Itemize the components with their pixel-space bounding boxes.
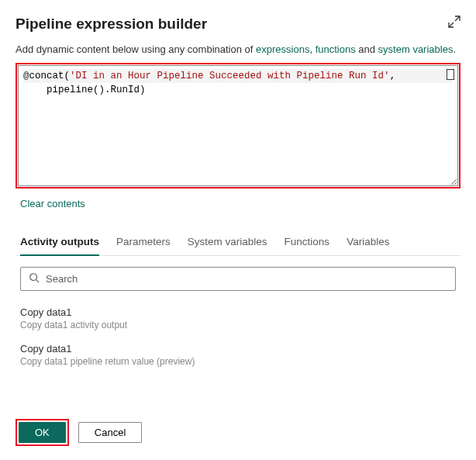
footer-buttons: OK Cancel [16,419,142,446]
expression-editor-highlight: @concat('DI in an Hour Pipeline Succeede… [16,63,460,188]
link-system-variables[interactable]: system variables [378,43,454,55]
cancel-button[interactable]: Cancel [78,422,142,443]
tab-functions[interactable]: Functions [285,231,330,255]
ok-button[interactable]: OK [19,422,66,443]
expression-editor[interactable]: @concat('DI in an Hour Pipeline Succeede… [18,65,458,186]
activity-output-item[interactable]: Copy data1 Copy data1 pipeline return va… [16,343,460,379]
editor-line-1: @concat('DI in an Hour Pipeline Succeede… [23,69,453,83]
tab-activity-outputs[interactable]: Activity outputs [20,231,99,255]
clear-contents-link[interactable]: Clear contents [16,196,85,209]
tab-bar: Activity outputs Parameters System varia… [16,231,460,256]
tab-system-variables[interactable]: System variables [188,231,267,255]
ok-button-highlight: OK [16,419,69,446]
expand-icon[interactable] [448,16,460,28]
tab-parameters[interactable]: Parameters [116,231,171,255]
page-title: Pipeline expression builder [16,16,207,33]
editor-line-2: pipeline().RunId) [23,83,453,97]
svg-point-0 [30,274,37,281]
cursor-marker [447,69,454,80]
search-input[interactable] [46,273,447,285]
tab-variables[interactable]: Variables [347,231,389,255]
activity-output-subtitle: Copy data1 pipeline return value (previe… [20,356,456,367]
activity-output-subtitle: Copy data1 activity output [20,320,456,330]
link-functions[interactable]: functions [316,43,356,55]
activity-output-item[interactable]: Copy data1 Copy data1 activity output [16,306,460,343]
search-input-container[interactable] [20,267,456,291]
activity-output-title: Copy data1 [20,306,456,318]
search-icon [29,272,40,285]
subtitle-text: Add dynamic content below using any comb… [16,43,460,55]
activity-output-title: Copy data1 [20,343,456,355]
link-expressions[interactable]: expressions [256,43,309,55]
